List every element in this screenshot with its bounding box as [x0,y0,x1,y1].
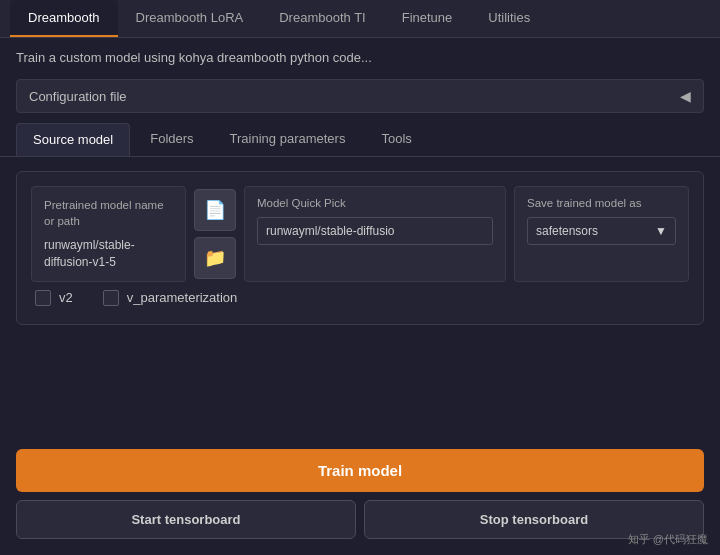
tensorboard-row: Start tensorboard Stop tensorboard [16,500,704,539]
app-container: Dreambooth Dreambooth LoRA Dreambooth TI… [0,0,720,555]
tab-finetune[interactable]: Finetune [384,0,471,37]
save-model-value: safetensors [536,224,598,238]
v2-label: v2 [59,290,73,305]
file-icon-button[interactable]: 📄 [194,189,236,231]
folder-icon: 📁 [204,247,226,269]
folder-icon-button[interactable]: 📁 [194,237,236,279]
pretrained-model-box[interactable]: Pretrained model nameor path runwayml/st… [31,186,186,282]
tab-dreambooth[interactable]: Dreambooth [10,0,118,37]
quick-pick-input[interactable] [257,217,493,245]
train-model-button[interactable]: Train model [16,449,704,492]
checkbox-row: v2 v_parameterization [31,282,689,310]
config-arrow-icon: ◀ [680,88,691,104]
save-model-box: Save trained model as safetensors ▼ [514,186,689,282]
source-model-panel: Pretrained model nameor path runwayml/st… [16,171,704,325]
file-icon: 📄 [204,199,226,221]
config-file-label: Configuration file [29,89,127,104]
v-parameterization-checkbox-item[interactable]: v_parameterization [103,290,238,306]
tab-utilities[interactable]: Utilities [470,0,548,37]
pretrained-model-value: runwayml/stable-diffusion-v1-5 [44,237,173,271]
v2-checkbox-item[interactable]: v2 [35,290,73,306]
save-model-arrow-icon: ▼ [655,224,667,238]
tab-source-model[interactable]: Source model [16,123,130,156]
save-model-label: Save trained model as [527,197,676,209]
bottom-buttons: Train model Start tensorboard Stop tenso… [0,439,720,555]
save-model-select[interactable]: safetensors ▼ [527,217,676,245]
main-content: Pretrained model nameor path runwayml/st… [0,157,720,439]
watermark: 知乎 @代码狂魔 [628,532,708,547]
pretrained-model-label: Pretrained model nameor path [44,197,173,229]
description-text: Train a custom model using kohya dreambo… [0,38,720,75]
start-tensorboard-button[interactable]: Start tensorboard [16,500,356,539]
config-row: Configuration file ◀ [0,75,720,123]
tab-dreambooth-ti[interactable]: Dreambooth TI [261,0,383,37]
model-quick-pick-box: Model Quick Pick [244,186,506,282]
tab-folders[interactable]: Folders [134,123,209,156]
tab-tools[interactable]: Tools [365,123,427,156]
config-file-select[interactable]: Configuration file ◀ [16,79,704,113]
source-model-row: Pretrained model nameor path runwayml/st… [31,186,689,282]
v-parameterization-checkbox[interactable] [103,290,119,306]
quick-pick-label: Model Quick Pick [257,197,493,209]
tab-training-parameters[interactable]: Training parameters [214,123,362,156]
v2-checkbox[interactable] [35,290,51,306]
top-tab-bar: Dreambooth Dreambooth LoRA Dreambooth TI… [0,0,720,38]
tab-dreambooth-lora[interactable]: Dreambooth LoRA [118,0,262,37]
inner-tab-bar: Source model Folders Training parameters… [0,123,720,157]
icon-buttons-group: 📄 📁 [194,186,236,282]
v-parameterization-label: v_parameterization [127,290,238,305]
